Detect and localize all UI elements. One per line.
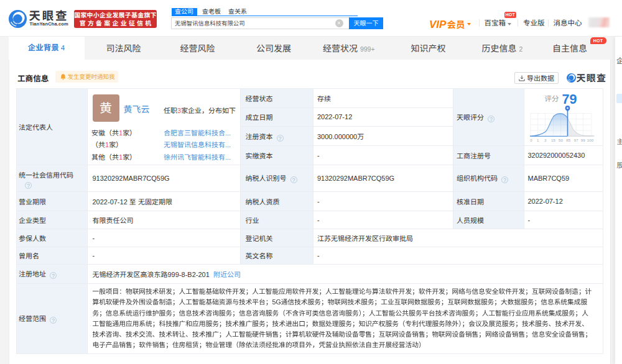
svg-text:100: 100	[587, 138, 593, 142]
svg-text:99: 99	[580, 138, 585, 142]
svg-text:50: 50	[558, 138, 562, 142]
svg-text:1: 1	[536, 138, 539, 142]
svg-text:0: 0	[530, 138, 532, 142]
svg-text:15: 15	[551, 138, 555, 142]
svg-text:3: 3	[544, 138, 546, 142]
svg-text:97: 97	[573, 138, 578, 142]
svg-text:85: 85	[566, 138, 570, 142]
